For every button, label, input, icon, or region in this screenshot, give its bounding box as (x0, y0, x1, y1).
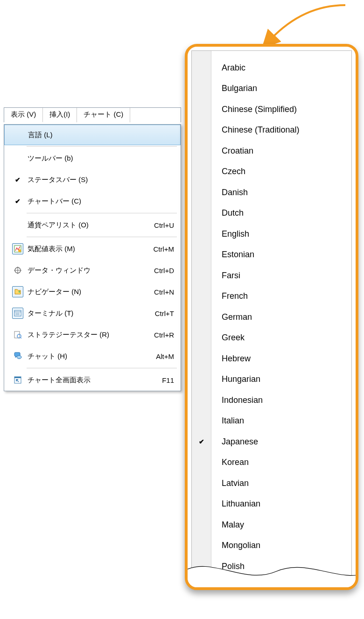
menu-item-label: チャット (H) (26, 352, 156, 361)
view-menu-dropdown: 言語 (L)ツールバー (b)✔ステータスバー (S)✔チャートバー (C)通貨… (4, 124, 181, 391)
check-icon: ✔ (10, 176, 26, 183)
strategy-tester-icon (10, 329, 26, 340)
language-item[interactable]: Hebrew (192, 348, 351, 369)
menu-item[interactable]: データ・ウィンドウCtrl+D (4, 260, 181, 281)
language-item[interactable]: French (192, 286, 351, 307)
language-name: Latvian (211, 478, 249, 488)
language-name: Danish (211, 188, 248, 197)
menu-item-label: チャートバー (C) (26, 197, 174, 206)
language-item[interactable]: Greek (192, 328, 351, 349)
language-name: Czech (211, 167, 245, 176)
language-item[interactable]: Korean (192, 452, 351, 473)
menu-tab-insert[interactable]: 挿入(I) (43, 108, 77, 122)
language-name: Indonesian (211, 395, 263, 405)
language-name: Japanese (211, 437, 258, 447)
menu-item[interactable]: ツールバー (b) (4, 148, 181, 169)
language-item[interactable]: Italian (192, 411, 351, 432)
language-item[interactable]: Malay (192, 514, 351, 535)
menu-item[interactable]: ナビゲーター (N)Ctrl+N (4, 281, 181, 302)
menu-item-label: ストラテジーテスター (R) (26, 331, 154, 339)
language-name: Italian (211, 416, 244, 426)
menu-bar: 表示 (V) 挿入(I) チャート (C) (4, 107, 181, 122)
menu-item-shortcut: Ctrl+T (155, 310, 175, 317)
language-name: Chinese (Traditional) (211, 125, 299, 135)
svg-rect-14 (14, 377, 21, 378)
svg-rect-9 (14, 331, 20, 338)
language-item[interactable]: Arabic (192, 57, 351, 78)
menu-item[interactable]: 通貨ペアリスト (O)Ctrl+U (4, 214, 181, 236)
language-item[interactable]: Chinese (Traditional) (192, 120, 351, 141)
language-item[interactable]: Hungarian (192, 369, 351, 390)
menu-item-shortcut: Ctrl+N (154, 288, 175, 296)
menu-item[interactable]: チャット (H)Alt+M (4, 345, 181, 367)
menu-item-label: チャート全画面表示 (26, 376, 162, 385)
language-name: Polish (211, 562, 245, 571)
menu-item[interactable]: ストラテジーテスター (R)Ctrl+R (4, 324, 181, 345)
language-item[interactable]: ✔Japanese (192, 431, 351, 452)
language-name: English (211, 229, 249, 239)
language-name: Arabic (211, 63, 245, 73)
language-item[interactable]: Croatian (192, 141, 351, 162)
menu-item-label: 気配値表示 (M) (26, 245, 153, 253)
language-item[interactable]: Chinese (Simplified) (192, 99, 351, 120)
menu-item[interactable]: 言語 (L) (4, 125, 181, 145)
menu-item[interactable]: ✔ステータスバー (S) (4, 169, 181, 190)
language-item[interactable]: Latvian (192, 473, 351, 494)
check-icon: ✔ (192, 438, 211, 445)
menu-item-label: ツールバー (b) (26, 154, 174, 163)
check-icon: ✔ (10, 197, 26, 205)
language-item[interactable]: German (192, 307, 351, 328)
navigator-icon (10, 286, 26, 297)
crosshair-icon (10, 265, 26, 276)
language-item[interactable]: Estonian (192, 245, 351, 266)
menu-item-label: ターミナル (T) (26, 309, 155, 318)
language-name: Hungarian (211, 374, 260, 384)
menu-item-shortcut: Ctrl+R (154, 331, 175, 339)
menu-item[interactable]: チャート全画面表示F11 (4, 369, 181, 391)
language-item[interactable]: Farsi (192, 265, 351, 286)
menu-item[interactable]: ターミナル (T)Ctrl+T (4, 302, 181, 324)
language-item[interactable]: Lithuanian (192, 494, 351, 515)
language-name: French (211, 291, 248, 301)
menu-item-shortcut: Alt+M (156, 352, 175, 360)
menu-tab-chart[interactable]: チャート (C) (77, 108, 130, 122)
svg-point-1 (18, 249, 21, 252)
menu-separator (27, 146, 177, 147)
language-name: Estonian (211, 250, 254, 260)
language-item[interactable]: Czech (192, 162, 351, 183)
language-item[interactable]: Indonesian (192, 390, 351, 411)
menu-item-label: ステータスバー (S) (26, 176, 174, 184)
svg-line-11 (21, 338, 21, 338)
menu-item-label: ナビゲーター (N) (26, 288, 154, 296)
language-name: Korean (211, 457, 249, 467)
menu-item-shortcut: Ctrl+M (153, 245, 175, 253)
menu-item-shortcut: Ctrl+U (154, 221, 175, 229)
svg-point-12 (17, 356, 21, 359)
fullscreen-icon (10, 374, 26, 386)
language-name: Bulgarian (211, 84, 257, 93)
language-item[interactable]: Polish (192, 556, 351, 577)
language-submenu: ArabicBulgarianChinese (Simplified)Chine… (185, 44, 358, 590)
language-item[interactable]: Mongolian (192, 535, 351, 556)
language-name: Mongolian (211, 541, 260, 550)
language-name: Chinese (Simplified) (211, 105, 297, 114)
menu-item-shortcut: Ctrl+D (154, 267, 175, 274)
language-item[interactable]: Bulgarian (192, 78, 351, 99)
menu-item-label: データ・ウィンドウ (26, 266, 154, 275)
callout-arrow-icon (252, 3, 350, 47)
language-item[interactable]: Dutch (192, 203, 351, 224)
menu-tab-view[interactable]: 表示 (V) (4, 108, 43, 122)
language-name: Dutch (211, 208, 244, 218)
menu-item[interactable]: ✔チャートバー (C) (4, 190, 181, 212)
language-name: Farsi (211, 271, 240, 281)
menu-item-label: 通貨ペアリスト (O) (26, 221, 154, 230)
menu-item[interactable]: 気配値表示 (M)Ctrl+M (4, 238, 181, 260)
language-name: Malay (211, 520, 244, 530)
language-name: Greek (211, 333, 245, 343)
language-name: Croatian (211, 146, 253, 156)
language-item[interactable]: Danish (192, 182, 351, 203)
chat-icon (10, 351, 26, 362)
menu-separator (27, 237, 177, 237)
menu-separator (27, 368, 177, 368)
language-item[interactable]: English (192, 224, 351, 245)
